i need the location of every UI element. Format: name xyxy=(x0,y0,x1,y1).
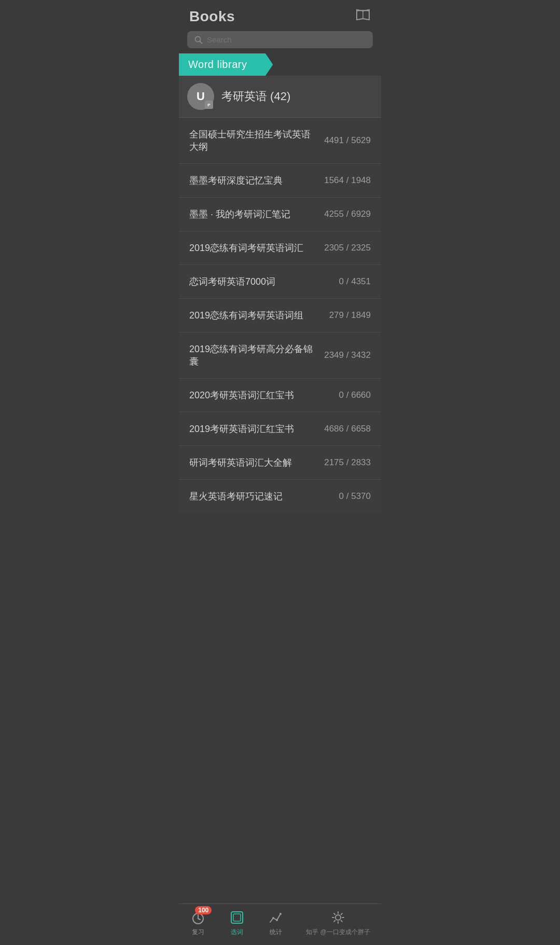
list-item[interactable]: 星火英语考研巧记速记 0 / 5370 xyxy=(179,480,381,513)
list-item[interactable]: 2019恋练有词考研英语词汇 2305 / 2325 xyxy=(179,231,381,265)
avatar-badge: P xyxy=(205,101,213,109)
book-name: 全国硕士研究生招生考试英语大纲 xyxy=(189,128,324,153)
list-item[interactable]: 墨墨 · 我的考研词汇笔记 4255 / 6929 xyxy=(179,198,381,231)
list-item[interactable]: 研词考研英语词汇大全解 2175 / 2833 xyxy=(179,446,381,480)
list-item[interactable]: 2020考研英语词汇红宝书 0 / 6660 xyxy=(179,379,381,412)
book-name: 2020考研英语词汇红宝书 xyxy=(189,389,339,401)
word-library-banner: Word library xyxy=(179,53,273,76)
book-name: 2019考研英语词汇红宝书 xyxy=(189,423,324,435)
search-input[interactable] xyxy=(207,35,366,44)
book-count: 0 / 4351 xyxy=(339,276,371,287)
svg-line-1 xyxy=(200,41,202,43)
book-count: 2305 / 2325 xyxy=(324,243,371,253)
book-name: 2019恋练有词考研英语词汇 xyxy=(189,242,324,254)
list-item[interactable]: 2019恋练有词考研英语词组 279 / 1849 xyxy=(179,299,381,332)
book-icon[interactable] xyxy=(355,8,371,25)
book-count: 0 / 5370 xyxy=(339,491,371,502)
category-title: 考研英语 (42) xyxy=(221,89,290,104)
book-count: 4491 / 5629 xyxy=(324,135,371,146)
search-bar xyxy=(187,31,373,48)
book-name: 2019恋练有词考研高分必备锦囊 xyxy=(189,343,324,368)
book-count: 2175 / 2833 xyxy=(324,457,371,468)
book-count: 279 / 1849 xyxy=(329,310,371,321)
book-count: 1564 / 1948 xyxy=(324,175,371,186)
book-name: 墨墨考研深度记忆宝典 xyxy=(189,174,324,187)
list-item[interactable]: 2019恋练有词考研高分必备锦囊 2349 / 3432 xyxy=(179,332,381,379)
book-name: 恋词考研英语7000词 xyxy=(189,275,339,288)
word-library-label: Word library xyxy=(188,59,247,70)
book-name: 2019恋练有词考研英语词组 xyxy=(189,309,329,322)
book-name: 星火英语考研巧记速记 xyxy=(189,490,339,503)
book-count: 4255 / 6929 xyxy=(324,209,371,219)
header: Books xyxy=(179,0,381,31)
avatar-letter: U xyxy=(197,90,205,103)
list-item[interactable]: 墨墨考研深度记忆宝典 1564 / 1948 xyxy=(179,164,381,198)
list-item[interactable]: 全国硕士研究生招生考试英语大纲 4491 / 5629 xyxy=(179,118,381,164)
book-count: 2349 / 3432 xyxy=(324,350,371,360)
search-icon xyxy=(194,36,203,44)
book-name: 墨墨 · 我的考研词汇笔记 xyxy=(189,208,324,220)
list-item[interactable]: 恋词考研英语7000词 0 / 4351 xyxy=(179,265,381,299)
book-name: 研词考研英语词汇大全解 xyxy=(189,456,324,469)
avatar: U P xyxy=(187,83,214,110)
list-item[interactable]: 2019考研英语词汇红宝书 4686 / 6658 xyxy=(179,412,381,446)
book-count: 0 / 6660 xyxy=(339,390,371,400)
book-count: 4686 / 6658 xyxy=(324,424,371,434)
book-list: 全国硕士研究生招生考试英语大纲 4491 / 5629 墨墨考研深度记忆宝典 1… xyxy=(179,118,381,513)
page-title: Books xyxy=(189,8,235,25)
category-section[interactable]: U P 考研英语 (42) xyxy=(179,76,381,118)
